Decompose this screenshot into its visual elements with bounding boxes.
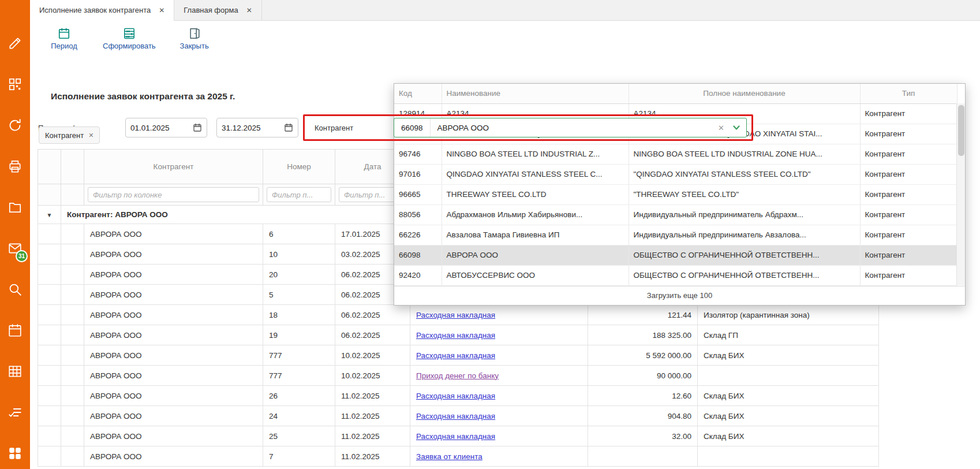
generate-button[interactable]: Сформировать xyxy=(103,27,156,50)
dropdown-row[interactable]: 92420АВТОБУССЕРВИС ООООБЩЕСТВО С ОГРАНИЧ… xyxy=(394,265,957,285)
number-cell: 6 xyxy=(263,224,335,244)
apps-icon[interactable] xyxy=(8,446,23,461)
warehouse-cell: Склад БИХ xyxy=(698,426,879,446)
calendar-icon[interactable] xyxy=(284,123,293,132)
tab-label: Исполнение заявок контрагента xyxy=(39,6,151,14)
document-cell: Расходная накладная xyxy=(410,325,588,345)
abacus-icon xyxy=(123,27,136,40)
folder-icon[interactable] xyxy=(8,200,23,215)
dropdown-row[interactable]: 66226Авзалова Тамара Гивиевна ИПИндивиду… xyxy=(394,225,957,245)
report-row[interactable]: АВРОРА ООО1906.02.2025Расходная накладна… xyxy=(38,325,879,345)
document-link[interactable]: Расходная накладная xyxy=(416,432,495,441)
print-icon[interactable] xyxy=(8,159,23,174)
calendar-icon[interactable] xyxy=(193,123,202,132)
edit-icon[interactable] xyxy=(8,36,23,51)
number-cell: 20 xyxy=(263,265,335,285)
tab-report[interactable]: Исполнение заявок контрагента ✕ xyxy=(30,0,174,21)
dropdown-fullname-cell: Индивидуальный предприниматель Абдрахм..… xyxy=(629,204,860,225)
header-marker xyxy=(61,150,84,184)
row-expander-cell xyxy=(38,406,61,426)
sum-cell: 90 000.00 xyxy=(588,366,698,386)
document-link[interactable]: Расходная накладная xyxy=(416,412,495,420)
counterparty-cell: АВРОРА ООО xyxy=(84,446,263,467)
close-button[interactable]: Закрыть xyxy=(177,27,212,50)
dropdown-type-cell: Контрагент xyxy=(860,124,957,144)
warehouse-cell: Склад БИХ xyxy=(698,386,879,406)
counterparty-cell: АВРОРА ООО xyxy=(84,285,263,305)
dropdown-name-cell: Абдрахманов Ильмир Хабирьянови... xyxy=(442,204,629,225)
dropdown-fullname-cell: Индивидуальный предприниматель Авзалова.… xyxy=(629,225,860,245)
dropdown-code-cell: 66098 xyxy=(394,245,442,265)
document-cell: Расходная накладная xyxy=(410,305,588,325)
counterparty-label: Контрагент xyxy=(315,124,353,132)
dropdown-row[interactable]: 96746NINGBO BOA STEEL LTD INDUSTRIAL Z..… xyxy=(394,144,957,164)
dropdown-type-cell: Контрагент xyxy=(860,204,957,225)
dropdown-row[interactable]: 88056Абдрахманов Ильмир Хабирьянови...Ин… xyxy=(394,204,957,225)
dropdown-scrollbar[interactable] xyxy=(956,103,965,285)
date-to-input[interactable] xyxy=(222,124,282,132)
document-link[interactable]: Расходная накладная xyxy=(416,392,495,400)
chevron-down-icon[interactable] xyxy=(731,124,746,132)
mail-icon[interactable]: 31 xyxy=(8,241,23,256)
mail-badge: 31 xyxy=(16,250,28,262)
counterparty-dropdown: Код Наименование Полное наименование Тип… xyxy=(394,83,966,306)
close-icon[interactable]: ✕ xyxy=(159,6,164,14)
dropdown-row[interactable]: 96665THREEWAY STEEL CO.LTD"THREEWAY STEE… xyxy=(394,184,957,204)
date-cell: 11.02.2025 xyxy=(335,406,410,426)
chip-close-icon[interactable]: ✕ xyxy=(88,132,93,139)
header-expander xyxy=(38,150,61,184)
sidebar: 31 xyxy=(0,0,30,469)
sync-icon[interactable] xyxy=(8,118,23,133)
header-counterparty[interactable]: Контрагент xyxy=(84,150,263,184)
filter-number-input[interactable] xyxy=(267,187,331,202)
tab-main-form[interactable]: Главная форма ✕ xyxy=(174,0,261,20)
clear-icon[interactable]: ✕ xyxy=(711,124,731,132)
qr-code-icon[interactable] xyxy=(8,77,23,92)
warehouse-cell: Изолятор (карантинная зона) xyxy=(698,305,879,325)
document-link[interactable]: Заявка от клиента xyxy=(416,452,482,461)
document-link[interactable]: Расходная накладная xyxy=(416,331,495,340)
date-from-field[interactable] xyxy=(125,118,207,137)
dropdown-row[interactable]: 66098АВРОРА ООООБЩЕСТВО С ОГРАНИЧЕННОЙ О… xyxy=(394,245,957,265)
filter-chip-counterparty[interactable]: Контрагент ✕ xyxy=(39,126,100,144)
document-cell: Заявка от клиента xyxy=(410,446,588,467)
number-cell: 10 xyxy=(263,244,335,265)
date-cell: 11.02.2025 xyxy=(335,426,410,446)
tasks-icon[interactable] xyxy=(8,405,23,420)
document-link[interactable]: Приход денег по банку xyxy=(416,371,499,380)
report-row[interactable]: АВРОРА ООО77710.02.2025Расходная накладн… xyxy=(38,345,879,366)
scrollbar-thumb[interactable] xyxy=(958,105,964,156)
row-marker-cell xyxy=(61,366,84,386)
main-content: Исполнение заявок контрагента ✕ Главная … xyxy=(30,0,980,469)
report-row[interactable]: АВРОРА ООО2411.02.2025Расходная накладна… xyxy=(38,406,879,426)
search-icon[interactable] xyxy=(8,282,23,297)
counterparty-combobox[interactable]: 66098 АВРОРА ООО ✕ xyxy=(394,118,747,137)
warehouse-cell: Склад БИХ xyxy=(698,406,879,426)
report-row[interactable]: АВРОРА ООО2611.02.2025Расходная накладна… xyxy=(38,386,879,406)
document-link[interactable]: Расходная накладная xyxy=(416,311,495,319)
report-row[interactable]: АВРОРА ООО2511.02.2025Расходная накладна… xyxy=(38,426,879,446)
close-icon[interactable]: ✕ xyxy=(246,6,252,14)
header-number[interactable]: Номер xyxy=(263,150,335,184)
report-row[interactable]: АВРОРА ООО711.02.2025Заявка от клиента xyxy=(38,446,879,467)
dropdown-row[interactable]: 97016QINGDAO XINYATAI STANLESS STEEL C..… xyxy=(394,164,957,184)
report-row[interactable]: АВРОРА ООО1806.02.2025Расходная накладна… xyxy=(38,305,879,325)
dropdown-code-cell: 88056 xyxy=(394,204,442,225)
toolbar: Период Сформировать Закрыть xyxy=(30,21,980,57)
dropdown-type-cell: Контрагент xyxy=(860,164,957,184)
date-from-input[interactable] xyxy=(130,124,190,132)
document-cell: Расходная накладная xyxy=(410,386,588,406)
calendar-icon[interactable] xyxy=(8,323,23,338)
filter-counterparty-input[interactable] xyxy=(88,187,259,202)
sum-cell xyxy=(588,446,698,467)
collapse-arrow-icon[interactable]: ▼ xyxy=(47,212,53,218)
report-row[interactable]: АВРОРА ООО77710.02.2025Приход денег по б… xyxy=(38,366,879,386)
document-link[interactable]: Расходная накладная xyxy=(416,351,495,360)
table-icon[interactable] xyxy=(8,364,23,379)
row-expander-cell xyxy=(38,265,61,285)
date-to-field[interactable] xyxy=(216,118,298,137)
period-button[interactable]: Период xyxy=(46,27,82,50)
load-more-button[interactable]: Загрузить еще 100 xyxy=(394,286,965,305)
dropdown-name-cell: Авзалова Тамара Гивиевна ИП xyxy=(442,225,629,245)
counterparty-cell: АВРОРА ООО xyxy=(84,406,263,426)
